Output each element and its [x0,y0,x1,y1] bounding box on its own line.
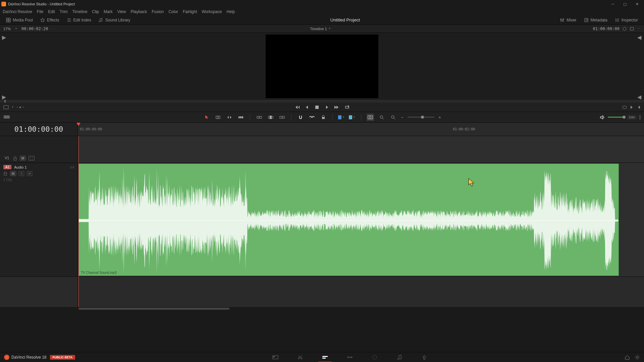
menu-view[interactable]: View [117,9,126,14]
edit-index-toggle[interactable]: Edit Index [64,16,94,24]
in-out-icon[interactable] [622,105,627,109]
lock-icon[interactable] [13,157,17,161]
replace-clip-tool[interactable] [278,114,286,121]
flag-button[interactable]: ▼ [338,115,345,119]
horizontal-scrollbar[interactable] [78,307,644,310]
zoom-in-button[interactable]: + [438,115,441,120]
prev-frame-button[interactable] [304,104,310,111]
home-icon[interactable] [625,355,630,360]
custom-zoom-button[interactable] [389,114,397,121]
menu-davinci-resolve[interactable]: DaVinci Resolve [3,9,32,14]
window-minimize-button[interactable]: ─ [607,1,619,7]
menu-color[interactable]: Color [168,9,178,14]
match-frame-icon[interactable] [3,105,9,110]
lock-toggle[interactable] [320,114,327,121]
track-display-icon[interactable] [29,156,35,161]
playhead-line[interactable] [78,136,79,307]
effects-toggle[interactable]: Effects [38,16,62,24]
menu-workspace[interactable]: Workspace [202,9,222,14]
track-toggle-icon[interactable] [20,156,26,161]
viewer-expand-left-icon[interactable]: ▶ [2,34,7,39]
viewer-current-tc[interactable]: 01:00:00:00 [593,26,620,31]
viewer-scrubber[interactable] [0,100,644,103]
loop-button[interactable] [344,104,351,111]
blade-tool[interactable] [237,114,245,121]
go-to-end-button[interactable] [334,104,340,111]
fairlight-page-button[interactable] [395,354,404,361]
volume-handle[interactable] [623,116,626,119]
lock-icon[interactable] [3,172,7,176]
detail-zoom-button[interactable] [378,114,385,121]
scrollbar-thumb[interactable] [78,308,229,310]
menu-playback[interactable]: Playback [130,9,147,14]
audio-clip[interactable]: TV Channel Sound.mp3 [78,164,619,276]
media-page-button[interactable] [271,354,279,361]
dynamic-trim-tool[interactable] [226,114,233,121]
next-clip-icon[interactable]: › [22,105,23,109]
track-content-area[interactable]: TV Channel Sound.mp3 [78,136,644,307]
speaker-icon[interactable] [600,115,605,120]
menu-timeline[interactable]: Timeline [72,9,87,14]
single-viewer-icon[interactable] [630,26,634,31]
menu-trim[interactable]: Trim [60,9,68,14]
fusion-page-button[interactable] [346,354,354,361]
go-to-start-button[interactable] [293,104,300,111]
trim-tool[interactable] [214,114,222,121]
menu-mark[interactable]: Mark [104,9,113,14]
link-toggle[interactable] [308,114,316,121]
play-button[interactable] [324,104,330,111]
volume-slider[interactable] [608,117,625,118]
zoom-out-button[interactable]: − [401,115,404,120]
media-pool-toggle[interactable]: Media Pool [3,16,36,24]
viewer-expand-right-icon[interactable]: ◀ [637,34,642,39]
video-track-header[interactable]: V1 [0,136,77,163]
marker-button[interactable]: ▼ [349,115,356,119]
mixer-toggle[interactable]: Mixer [557,16,579,24]
chevron-down-icon[interactable]: ▼ [342,116,345,119]
timeline-view-icon[interactable] [3,115,10,120]
chevron-down-icon[interactable]: ▼ [353,116,356,119]
timeline-selector[interactable]: Timeline 1 ▼ [310,27,331,31]
playhead-marker[interactable] [76,123,80,126]
overwrite-clip-tool[interactable] [267,114,274,121]
zoom-handle[interactable] [421,116,424,119]
audio-track-header[interactable]: A1 Audio 1 2.0 S M 1 Clip [0,163,77,277]
metadata-toggle[interactable]: Metadata [581,16,610,24]
menu-help[interactable]: Help [226,9,235,14]
mute-button[interactable]: M [27,171,32,176]
video-track-content[interactable] [78,136,644,163]
meter-icon[interactable] [639,115,641,120]
cut-page-button[interactable] [296,354,304,361]
viewer-expand-left-icon[interactable]: ▶ [2,94,7,99]
prev-clip-icon[interactable]: ‹ [17,105,18,109]
viewer-expand-right-icon[interactable]: ◀ [637,94,642,99]
inspector-toggle[interactable]: Inspector [612,16,641,24]
timeline-ruler[interactable]: 01:00:00:00 01:00:02:00 [78,123,644,136]
audio-track-content[interactable]: TV Channel Sound.mp3 [78,163,644,277]
track-toggle-icon[interactable] [10,171,16,176]
dim-button[interactable]: DIM [627,115,637,120]
next-edit-icon[interactable] [630,105,634,109]
clip-navigation[interactable]: ‹ ● › [17,105,24,109]
menu-fusion[interactable]: Fusion [152,9,164,14]
viewer-menu-icon[interactable]: ⋯ [637,26,641,31]
menu-fairlight[interactable]: Fairlight [183,9,197,14]
menu-clip[interactable]: Clip [92,9,99,14]
timeline-timecode-box[interactable]: 01:00:00:00 [0,123,78,136]
deliver-page-button[interactable] [420,354,428,361]
viewer[interactable]: ▶ ◀ ▶ ◀ [0,33,644,100]
sound-library-toggle[interactable]: Sound Library [96,16,133,24]
chevron-down-icon[interactable]: ▼ [15,27,17,30]
solo-button[interactable]: S [19,171,24,176]
window-close-button[interactable]: ✕ [631,1,643,7]
snap-toggle[interactable] [297,114,304,121]
menu-edit[interactable]: Edit [48,9,55,14]
audio-track-badge[interactable]: A1 [3,165,11,169]
zoom-to-fit-button[interactable] [367,114,374,121]
stop-button[interactable] [314,104,320,111]
selection-tool[interactable] [203,114,210,121]
viewer-zoom[interactable]: 17% [3,27,11,31]
menu-file[interactable]: File [37,9,43,14]
window-maximize-button[interactable]: ▢ [619,1,631,7]
scrubber-playhead[interactable] [5,100,5,103]
